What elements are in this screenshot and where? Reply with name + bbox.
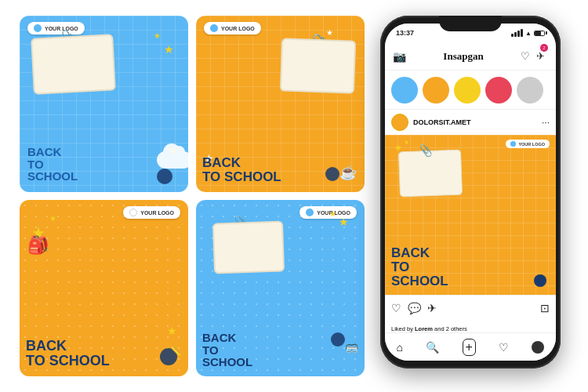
nav-home-icon[interactable]: ⌂ [397,341,403,354]
phone-screen: 13:37 ▲ [385,24,556,361]
phone-bottom-nav: ⌂ 🔍 + ♡ [385,332,556,361]
post-star-2: ★ [404,139,409,146]
nav-heart-icon[interactable]: ♡ [499,341,509,354]
signal-bars [511,29,523,37]
card4-line2: TO [202,344,252,357]
post-logo-text: YOUR LOGO [518,142,545,147]
post-actions: ♡ 💬 ✈ ⊡ [385,295,556,320]
logo-icon-1 [34,24,42,32]
status-icons: ▲ [511,29,545,37]
post-line2: TO [391,260,448,274]
ig-notification-badge: 2 [540,44,548,52]
nav-add-icon[interactable]: + [463,339,476,356]
post-more-icon[interactable]: ··· [542,117,550,128]
ig-topbar: 📷 Insapgan ♡ ✈ 2 [385,42,556,71]
ig-camera-icon[interactable]: 📷 [393,50,406,63]
star-deco: ★ [164,43,174,56]
likes-text: Liked by Lorem and 2 others [391,325,467,332]
cloud-1 [157,151,188,169]
paper-block-2 [280,38,356,93]
star-c3-3: ★ [167,325,177,337]
card4-line3: SCHOOL [202,356,252,368]
ig-msg-icon[interactable]: ✈ [536,50,545,62]
save-action-icon[interactable]: ⊡ [540,302,550,314]
card1-text: BACK TO SCHOOL [27,146,78,183]
post-likes: Liked by Lorem and 2 others [385,320,556,332]
battery-icon [534,31,545,36]
post-username: DOLORSIT.AMET [413,118,537,126]
likes-suffix: and 2 others [434,325,467,332]
phone-body: 13:37 ▲ [380,16,561,368]
card3-logo: YOUR LOGO [123,206,180,219]
cup-deco-2: ☕ [339,164,357,181]
heart-action-icon[interactable]: ♡ [391,302,401,314]
card2-text: BACK TO SCHOOL [202,156,281,184]
card2-logo: YOUR LOGO [204,22,261,34]
post-back-text: BACK TO SCHOOL [391,246,448,289]
nav-profile-icon[interactable] [532,341,544,354]
share-action-icon[interactable]: ✈ [427,302,437,314]
card4-line1: BACK [202,332,252,344]
post-image: YOUR LOGO ★ ★ ★ 📎 BACK TO [385,135,556,295]
star-c3-sm: ★ [49,214,56,223]
story-yellow[interactable] [454,77,481,103]
signal-bar-2 [514,32,517,37]
ig-like-icon[interactable]: ♡ [521,50,530,62]
ruler-deco: 📏 [170,346,182,357]
card1-line1: BACK [27,146,78,158]
circle-4 [331,332,345,347]
paper-block-1 [31,34,116,94]
ig-msg-wrapper: ✈ 2 [536,50,548,62]
ig-right-icons: ♡ ✈ 2 [521,50,548,62]
likes-liked-by: Liked by [391,325,413,332]
card2-logo-text: YOUR LOGO [221,26,255,31]
card-2: YOUR LOGO ★ ★ ★ 📎 ☕ BACK TO SCHOOL [196,16,365,192]
card3-text: BACK TO SCHOOL [26,339,110,368]
card4-text: BACK TO SCHOOL [202,332,252,368]
comment-action-icon[interactable]: 💬 [408,302,421,314]
card-4: YOUR LOGO ★ ★ 📎 🥽 BACK TO SCHOOL [196,200,365,376]
ig-app-name: Insapgan [443,50,483,63]
post-logo-badge: YOUR LOGO [506,140,550,148]
card3-line1: BACK [26,339,110,354]
signal-bar-4 [521,29,523,37]
post-circle [534,274,546,287]
circle-2 [325,167,339,181]
story-orange[interactable] [423,77,449,103]
cards-grid: YOUR LOGO ★ ★ ★ 📎 BACK TO SCHOOL [20,16,365,376]
backpack-deco: 🎒 [27,235,49,256]
logo-icon-2 [210,24,218,32]
logo-icon-3 [129,209,137,216]
phone-wrapper: 13:37 ▲ [380,16,568,376]
post-line3: SCHOOL [391,274,448,289]
signal-bar-3 [517,31,520,37]
card3-logo-text: YOUR LOGO [140,210,174,216]
status-time: 13:37 [396,29,414,37]
card1-line2: TO [27,158,78,171]
card-1: YOUR LOGO ★ ★ ★ 📎 BACK TO SCHOOL [20,16,188,192]
signal-bar-1 [511,34,514,37]
card3-line2: TO SCHOOL [26,354,110,368]
main-container: YOUR LOGO ★ ★ ★ 📎 BACK TO SCHOOL [0,0,588,392]
paper-block-4 [212,220,285,274]
post-line1: BACK [391,246,448,260]
story-gray[interactable] [517,77,543,103]
circle-1 [157,169,172,184]
star-deco-sm: ★ [154,31,161,40]
likes-username: Lorem [415,325,433,332]
story-red[interactable] [485,77,512,103]
post-avatar [391,114,408,131]
post-logo-icon [510,141,516,147]
card1-line3: SCHOOL [27,170,78,183]
nav-search-icon[interactable]: 🔍 [426,341,439,354]
card-3: YOUR LOGO ★ ★ ★ 🎒 📏 BACK TO SCHOOL [20,200,188,376]
card2-line2: TO SCHOOL [202,170,281,184]
phone-notch [439,16,502,31]
battery-fill [535,31,541,35]
logo-icon-4 [306,209,314,216]
post-clip: 📎 [418,143,432,157]
star-c4-sm: ★ [329,209,336,218]
post-header: DOLORSIT.AMET ··· [385,110,556,135]
story-blue[interactable] [391,77,418,103]
star-c4-1: ★ [339,216,349,228]
